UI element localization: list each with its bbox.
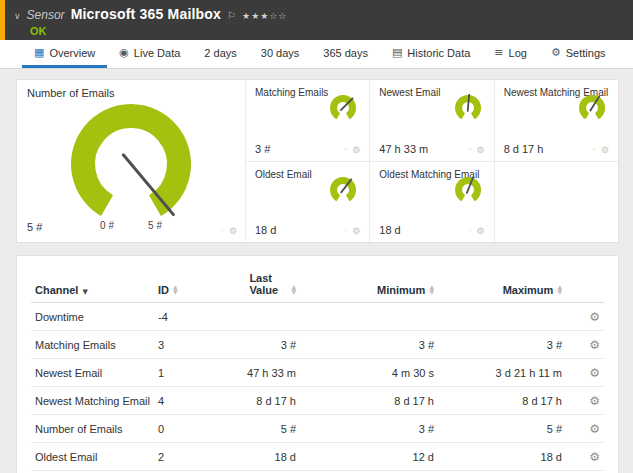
mini-gauge-card: Oldest Email18 d◦⚙	[245, 161, 369, 243]
gauges-panel: Number of Emails 0 #5 # 5 # ◦ ⚙ Matching…	[16, 79, 619, 243]
pin-icon[interactable]: ◦	[220, 226, 225, 236]
minimum-value	[300, 303, 438, 331]
channel-id: 2	[154, 443, 212, 471]
gear-icon[interactable]: ⚙	[477, 145, 485, 155]
channel-settings-icon[interactable]: ⚙	[589, 394, 600, 408]
sort-icon: ▲▼	[557, 284, 562, 294]
log-icon: ≡	[494, 46, 503, 59]
channel-table-head-row: Channel▼ID▲▼Last Value▲▼Minimum▲▼Maximum…	[31, 264, 604, 303]
channel-row: Number of Emails05 #3 #5 #⚙	[31, 415, 604, 443]
gear-icon[interactable]: ⚙	[229, 226, 237, 236]
gear-icon[interactable]: ⚙	[601, 145, 609, 155]
channel-name: Matching Emails	[31, 331, 154, 359]
last-value: 5 #	[212, 415, 300, 443]
minimum-value: 12 d	[300, 443, 438, 471]
chevron-down-icon[interactable]: ∨	[14, 11, 21, 21]
gauge-quick-actions: ◦⚙	[343, 145, 360, 155]
tab-30-days[interactable]: 30 days	[249, 40, 312, 68]
gauge-dial	[450, 176, 486, 208]
tab-bar: ▦Overview◉Live Data2 days30 days365 days…	[0, 40, 633, 69]
gauge-dial	[325, 176, 361, 208]
pin-icon[interactable]: ◦	[343, 145, 348, 155]
gauge-quick-actions: ◦⚙	[467, 145, 484, 155]
channel-id: 3	[154, 331, 212, 359]
mini-gauge-card: Oldest Matching Email18 d◦⚙	[369, 161, 493, 243]
gauge-value: 5 #	[27, 221, 42, 233]
channel-settings-icon[interactable]: ⚙	[589, 338, 600, 352]
tab-settings[interactable]: ⚙Settings	[539, 40, 618, 68]
tab-log[interactable]: ≡Log	[482, 40, 539, 68]
channel-name: Newest Email	[31, 359, 154, 387]
col-header-maximum[interactable]: Maximum▲▼	[438, 264, 566, 303]
col-header-label: ID	[158, 284, 169, 296]
sensor-title: Microsoft 365 Mailbox	[71, 6, 221, 22]
overview-icon: ▦	[34, 46, 44, 59]
pin-icon[interactable]: ◦	[592, 145, 597, 155]
gauge-value: 3 #	[255, 143, 270, 155]
tab-historic-data[interactable]: ▤Historic Data	[380, 40, 482, 68]
settings-icon: ⚙	[551, 46, 561, 59]
empty-cell	[494, 161, 618, 243]
channel-table: Channel▼ID▲▼Last Value▲▼Minimum▲▼Maximum…	[31, 264, 604, 473]
flag-icon[interactable]: ⚐	[227, 10, 236, 21]
channel-row: Newest Matching Email48 d 17 h8 d 17 h8 …	[31, 387, 604, 415]
tab-label: 30 days	[261, 47, 300, 59]
main-content: Number of Emails 0 #5 # 5 # ◦ ⚙ Matching…	[0, 69, 633, 473]
maximum-value: 18 d	[438, 443, 566, 471]
gauge-dial	[574, 94, 610, 126]
mini-gauge-card: Newest Matching Email8 d 17 h◦⚙	[494, 80, 618, 161]
col-header-channel[interactable]: Channel▼	[31, 264, 154, 303]
main-gauge-dial: 0 #5 #	[27, 100, 235, 235]
tab-365-days[interactable]: 365 days	[311, 40, 380, 68]
pin-icon[interactable]: ◦	[343, 226, 348, 236]
mini-gauge-card: Matching Emails3 #◦⚙	[245, 80, 369, 161]
gauge-value: 18 d	[379, 224, 400, 236]
col-header-label: Minimum	[377, 284, 425, 296]
maximum-value: 5 #	[438, 415, 566, 443]
col-header-minimum[interactable]: Minimum▲▼	[300, 264, 438, 303]
col-header-last-value[interactable]: Last Value▲▼	[212, 264, 300, 303]
tab-live-data[interactable]: ◉Live Data	[107, 40, 192, 68]
main-gauge-card: Number of Emails 0 #5 # 5 # ◦ ⚙	[17, 80, 245, 242]
status-badge: OK	[30, 25, 47, 37]
channel-actions-cell: ⚙	[566, 303, 604, 331]
priority-stars[interactable]: ★★★☆☆	[242, 11, 287, 21]
channel-settings-icon[interactable]: ⚙	[589, 450, 600, 464]
sort-icon: ▲▼	[173, 284, 178, 294]
gauge-quick-actions: ◦⚙	[343, 226, 360, 236]
last-value: 3 #	[212, 331, 300, 359]
pin-icon[interactable]: ◦	[467, 226, 472, 236]
channel-settings-icon[interactable]: ⚙	[589, 422, 600, 436]
gauge-value: 8 d 17 h	[504, 143, 544, 155]
col-header-actions	[566, 264, 604, 303]
channel-row: Matching Emails33 #3 #3 #⚙	[31, 331, 604, 359]
gauge-dial	[325, 94, 361, 126]
last-value: 18 d	[212, 443, 300, 471]
channel-settings-icon[interactable]: ⚙	[589, 366, 600, 380]
tab-overview[interactable]: ▦Overview	[22, 40, 107, 68]
col-header-label: Last Value	[249, 272, 287, 296]
sensor-header: ∨ Sensor Microsoft 365 Mailbox ⚐ ★★★☆☆ O…	[0, 0, 633, 40]
pin-icon[interactable]: ◦	[467, 145, 472, 155]
maximum-value: 3 d 21 h 11 m	[438, 359, 566, 387]
channel-settings-icon[interactable]: ⚙	[589, 310, 600, 324]
maximum-value: 8 d 17 h	[438, 387, 566, 415]
channel-actions-cell: ⚙	[566, 387, 604, 415]
gear-icon[interactable]: ⚙	[352, 226, 360, 236]
gear-icon[interactable]: ⚙	[477, 226, 485, 236]
channel-actions-cell: ⚙	[566, 443, 604, 471]
col-header-id[interactable]: ID▲▼	[154, 264, 212, 303]
channel-id: 1	[154, 359, 212, 387]
tab-2-days[interactable]: 2 days	[192, 40, 248, 68]
channel-actions-cell: ⚙	[566, 359, 604, 387]
channel-id: 4	[154, 387, 212, 415]
gear-icon[interactable]: ⚙	[352, 145, 360, 155]
gauge-quick-actions: ◦⚙	[467, 226, 484, 236]
channel-table-body: Downtime-4⚙Matching Emails33 #3 #3 #⚙New…	[31, 303, 604, 473]
sort-icon: ▲▼	[429, 284, 434, 294]
tab-label: 2 days	[204, 47, 236, 59]
sort-icon: ▲▼	[291, 284, 296, 294]
channel-row: Newest Email147 h 33 m4 m 30 s3 d 21 h 1…	[31, 359, 604, 387]
mini-gauges: Matching Emails3 #◦⚙Newest Email47 h 33 …	[245, 80, 618, 242]
col-header-label: Channel	[35, 284, 78, 296]
